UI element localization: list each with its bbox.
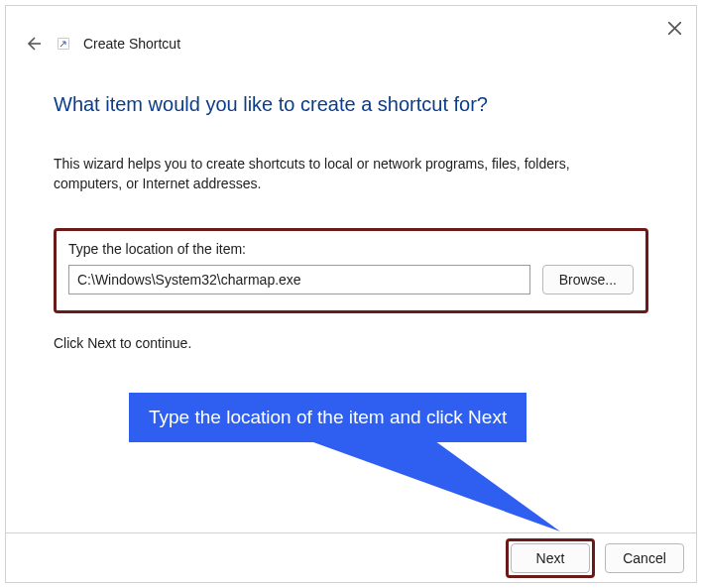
svg-marker-3 [302, 438, 560, 531]
location-highlight-box: Type the location of the item: Browse... [54, 228, 648, 313]
create-shortcut-wizard: Create Shortcut What item would you like… [5, 5, 697, 583]
close-button[interactable] [658, 12, 690, 44]
shortcut-icon [58, 38, 69, 50]
location-row: Browse... [68, 265, 634, 294]
back-button[interactable] [22, 33, 44, 55]
continue-hint: Click Next to continue. [54, 335, 648, 351]
titlebar: Create Shortcut [6, 6, 696, 63]
location-label: Type the location of the item: [68, 241, 634, 257]
cancel-button[interactable]: Cancel [605, 543, 684, 573]
window-title: Create Shortcut [83, 36, 180, 52]
browse-button[interactable]: Browse... [542, 265, 634, 294]
wizard-description: This wizard helps you to create shortcut… [54, 154, 609, 194]
back-arrow-icon [24, 35, 42, 53]
page-heading: What item would you like to create a sho… [54, 93, 648, 116]
annotation-callout: Type the location of the item and click … [129, 393, 526, 442]
location-input[interactable] [68, 265, 530, 294]
close-icon [668, 22, 681, 35]
